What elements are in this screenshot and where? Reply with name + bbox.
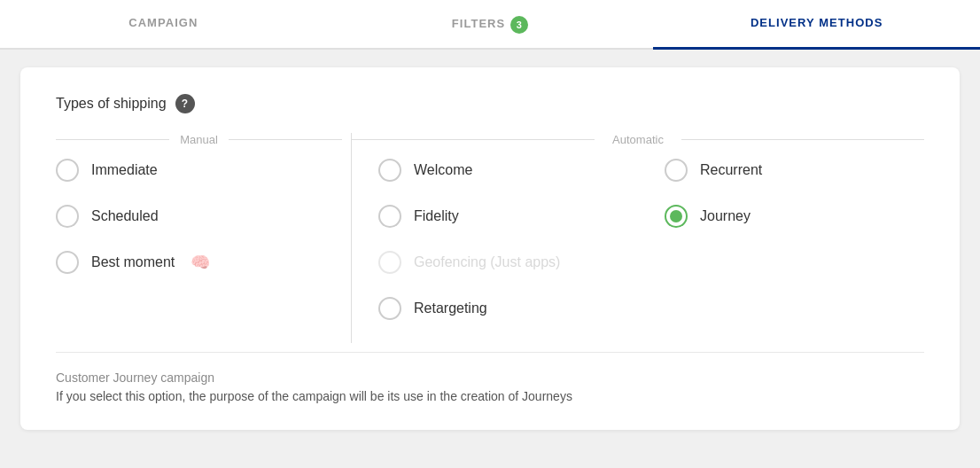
automatic-section: Automatic Welcome bbox=[352, 133, 924, 343]
radio-geofencing bbox=[378, 251, 401, 274]
radio-recurrent bbox=[665, 159, 688, 182]
footer-body: If you select this option, the purpose o… bbox=[56, 389, 924, 403]
radio-immediate bbox=[56, 159, 79, 182]
shipping-grid: Manual Immediate Scheduled Best moment bbox=[56, 133, 924, 343]
tab-delivery-methods[interactable]: DELIVERY METHODS bbox=[653, 0, 980, 50]
radio-journey bbox=[665, 205, 688, 228]
tab-filters[interactable]: FILTERS3 bbox=[327, 0, 654, 48]
option-best-moment[interactable]: Best moment 🧠 bbox=[56, 251, 342, 274]
manual-column: Manual Immediate Scheduled Best moment bbox=[56, 133, 352, 343]
filters-badge: 3 bbox=[510, 16, 528, 34]
auto-line-right bbox=[681, 139, 924, 140]
section-divider bbox=[56, 352, 924, 353]
automatic-header: Automatic bbox=[352, 133, 924, 146]
option-welcome[interactable]: Welcome bbox=[378, 159, 638, 182]
auto-line-left bbox=[352, 139, 595, 140]
page-wrapper: CAMPAIGN FILTERS3 DELIVERY METHODS Types… bbox=[0, 0, 980, 468]
option-retargeting[interactable]: Retargeting bbox=[378, 297, 638, 320]
manual-line-left bbox=[56, 139, 169, 140]
manual-line-right bbox=[229, 139, 342, 140]
radio-retargeting bbox=[378, 297, 401, 320]
auto-subcols: Welcome Fidelity Geofencing (Just apps) bbox=[352, 159, 924, 343]
tab-campaign[interactable]: CAMPAIGN bbox=[0, 0, 327, 48]
footer-title: Customer Journey campaign bbox=[56, 370, 924, 385]
radio-scheduled bbox=[56, 205, 79, 228]
option-journey[interactable]: Journey bbox=[665, 205, 924, 228]
main-card: Types of shipping ? Manual Immediate bbox=[20, 67, 960, 430]
section-title: Types of shipping ? bbox=[56, 94, 924, 113]
option-immediate[interactable]: Immediate bbox=[56, 159, 342, 182]
option-scheduled[interactable]: Scheduled bbox=[56, 205, 342, 228]
brain-icon: 🧠 bbox=[191, 253, 210, 272]
option-recurrent[interactable]: Recurrent bbox=[665, 159, 924, 182]
tabs-bar: CAMPAIGN FILTERS3 DELIVERY METHODS bbox=[0, 0, 980, 50]
auto-col-2: Recurrent Journey bbox=[647, 159, 924, 343]
footer-note: Customer Journey campaign If you select … bbox=[56, 367, 924, 403]
manual-header: Manual bbox=[56, 133, 342, 146]
option-geofencing: Geofencing (Just apps) bbox=[378, 251, 638, 274]
option-fidelity[interactable]: Fidelity bbox=[378, 205, 638, 228]
radio-fidelity bbox=[378, 205, 401, 228]
radio-welcome bbox=[378, 159, 401, 182]
radio-best-moment bbox=[56, 251, 79, 274]
auto-col-1: Welcome Fidelity Geofencing (Just apps) bbox=[352, 159, 647, 343]
help-icon[interactable]: ? bbox=[175, 94, 195, 113]
